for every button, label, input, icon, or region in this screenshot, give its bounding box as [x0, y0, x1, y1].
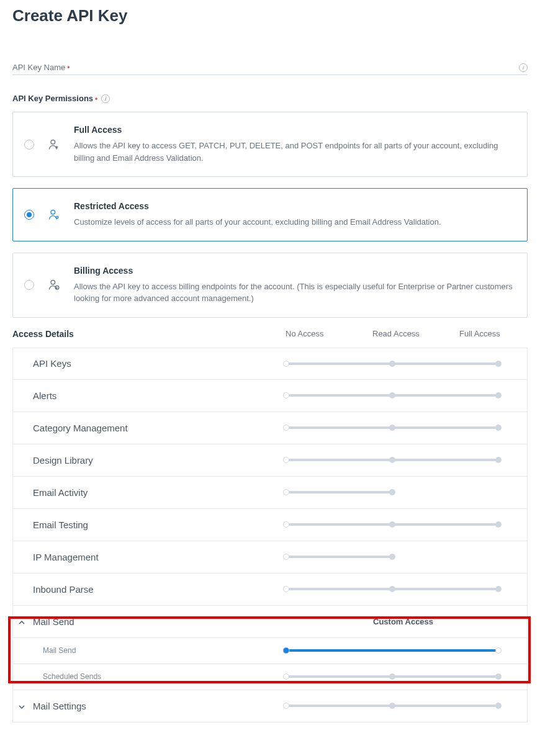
row-label: Inbound Parse	[33, 584, 286, 595]
access-slider[interactable]	[286, 459, 498, 461]
access-slider[interactable]	[286, 491, 392, 493]
required-dot-icon: •	[67, 63, 70, 72]
row-mail-send: Mail Send Custom Access	[12, 606, 528, 638]
access-slider[interactable]	[286, 523, 498, 526]
col-read-access: Read Access	[372, 329, 459, 338]
svg-point-3	[51, 281, 55, 285]
access-slider[interactable]	[286, 362, 498, 365]
row-label: Scheduled Sends	[33, 672, 286, 681]
perm-title: Restricted Access	[74, 201, 516, 211]
row-category: Category Management	[12, 412, 528, 444]
access-slider[interactable]	[286, 588, 498, 590]
access-slider[interactable]	[286, 394, 498, 397]
row-label: Design Library	[33, 455, 286, 466]
radio-billing-access[interactable]	[24, 280, 34, 290]
svg-point-1	[51, 210, 55, 214]
radio-full-access[interactable]	[24, 140, 34, 150]
user-star-icon	[48, 138, 60, 151]
chevron-down-icon[interactable]	[18, 702, 25, 709]
row-scheduled: Scheduled Sends	[12, 664, 528, 690]
svg-point-0	[51, 140, 55, 144]
access-slider[interactable]	[286, 649, 498, 652]
row-label: Email Activity	[33, 487, 286, 498]
access-slider[interactable]	[286, 675, 498, 678]
row-label: Category Management	[33, 423, 286, 433]
row-alerts: Alerts	[12, 380, 528, 412]
required-dot-icon: •	[95, 94, 97, 103]
row-email-activity: Email Activity	[12, 477, 528, 509]
row-inbound: Inbound Parse	[12, 574, 528, 606]
row-label: Mail Send	[33, 616, 286, 627]
col-no-access: No Access	[286, 329, 372, 338]
perm-option-billing[interactable]: $ Billing Access Allows the API key to a…	[12, 253, 528, 318]
perm-title: Billing Access	[74, 266, 516, 276]
row-label: Mail Settings	[33, 701, 286, 711]
row-api-keys: API Keys	[12, 348, 528, 380]
row-label: Alerts	[33, 390, 286, 401]
radio-restricted-access[interactable]	[24, 210, 34, 220]
access-slider[interactable]	[286, 556, 392, 558]
perm-desc: Allows the API key to access billing end…	[74, 281, 516, 305]
row-mail-send-sub: Mail Send	[12, 638, 528, 664]
access-slider[interactable]	[286, 426, 498, 429]
perm-desc: Allows the API key to access GET, PATCH,…	[74, 140, 516, 164]
row-design: Design Library	[12, 444, 528, 477]
row-label: API Keys	[33, 358, 286, 369]
perm-title: Full Access	[74, 125, 516, 135]
row-label: Email Testing	[33, 520, 286, 530]
row-mail-settings: Mail Settings	[12, 690, 528, 722]
chevron-up-icon[interactable]	[18, 618, 25, 625]
api-key-name-field[interactable]: API Key Name • i	[12, 63, 528, 75]
perm-option-full[interactable]: Full Access Allows the API key to access…	[12, 112, 528, 177]
row-ip: IP Management	[12, 541, 528, 574]
permissions-heading: API Key Permissions • i	[12, 94, 528, 103]
info-icon[interactable]: i	[101, 94, 110, 103]
api-key-name-label: API Key Name	[12, 63, 65, 72]
custom-access-label: Custom Access	[373, 617, 433, 626]
row-label: IP Management	[33, 552, 286, 562]
row-label: Mail Send	[33, 646, 286, 655]
user-dollar-icon: $	[48, 279, 60, 291]
col-full-access: Full Access	[459, 329, 500, 338]
info-icon[interactable]: i	[519, 63, 528, 72]
svg-point-2	[56, 216, 58, 218]
user-gear-icon	[48, 209, 60, 221]
page-title: Create API Key	[12, 6, 528, 25]
perm-desc: Customize levels of access for all parts…	[74, 216, 516, 228]
access-slider[interactable]	[286, 704, 498, 707]
access-details-heading: Access Details	[12, 329, 286, 339]
row-email-testing: Email Testing	[12, 509, 528, 541]
perm-option-restricted[interactable]: Restricted Access Customize levels of ac…	[12, 188, 528, 241]
